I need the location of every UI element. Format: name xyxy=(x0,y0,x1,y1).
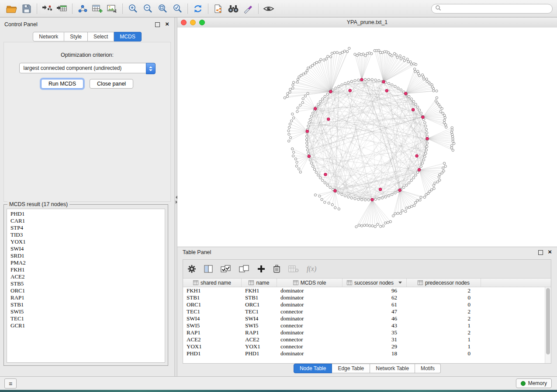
table-row[interactable]: FKH1FKH1dominator962 xyxy=(183,287,551,294)
share-document-icon[interactable] xyxy=(211,2,226,15)
import-network-icon[interactable] xyxy=(40,2,55,15)
show-columns-icon[interactable] xyxy=(204,265,213,273)
table-row[interactable]: PHD1PHD1dominator180 xyxy=(183,350,551,357)
network-icon[interactable] xyxy=(75,2,90,15)
column-header-predecessor-nodes[interactable]: predecessor nodes xyxy=(407,279,481,287)
table-cell: 35 xyxy=(343,329,407,336)
column-header-mcds-role[interactable]: MCDS role xyxy=(277,279,343,287)
mcds-result-item[interactable]: ACE2 xyxy=(7,273,165,280)
memory-button[interactable]: Memory xyxy=(516,378,552,388)
mcds-result-item[interactable]: STP4 xyxy=(7,224,165,231)
tab-motifs[interactable]: Motifs xyxy=(415,364,441,373)
table-row[interactable]: SWI4SWI4dominator462 xyxy=(183,315,551,322)
mcds-result-item[interactable]: SWI4 xyxy=(7,245,165,252)
tab-mcds[interactable]: MCDS xyxy=(114,32,141,41)
zoom-out-icon[interactable] xyxy=(140,2,155,15)
sort-chevron-down-icon[interactable] xyxy=(398,282,402,284)
zoom-fit-icon[interactable] xyxy=(155,2,170,15)
table-row[interactable]: YOX1YOX1connector291 xyxy=(183,343,551,350)
select-all-columns-icon[interactable] xyxy=(221,265,231,273)
mcds-result-item[interactable]: GCR1 xyxy=(7,322,165,329)
mcds-result-item[interactable]: STB1 xyxy=(7,301,165,308)
mcds-result-item[interactable]: YOX1 xyxy=(7,238,165,245)
mcds-result-item[interactable]: PHD1 xyxy=(7,210,165,217)
new-table-icon[interactable] xyxy=(90,2,105,15)
mcds-result-item[interactable]: TEC1 xyxy=(7,315,165,322)
mcds-result-item[interactable]: STB5 xyxy=(7,280,165,287)
float-window-icon[interactable] xyxy=(155,22,160,27)
mcds-result-item[interactable]: FKH1 xyxy=(7,266,165,273)
search-input[interactable] xyxy=(443,5,549,12)
save-icon[interactable] xyxy=(19,2,34,15)
zoom-in-icon[interactable] xyxy=(125,2,140,15)
refresh-layout-icon[interactable] xyxy=(190,2,205,15)
table-cell: STB1 xyxy=(183,294,242,301)
tab-network[interactable]: Network xyxy=(33,32,64,41)
control-panel: Control Panel × Network Style Select MCD… xyxy=(0,17,174,376)
maximize-window-icon[interactable] xyxy=(199,20,205,25)
table-cell: connector xyxy=(277,343,343,350)
select-stepper-icon[interactable] xyxy=(146,63,156,74)
toolbar-separator xyxy=(258,3,259,14)
table-panel: Table Panel × xyxy=(177,247,557,376)
minimize-window-icon[interactable] xyxy=(190,20,196,25)
table-row[interactable]: TEC1TEC1connector472 xyxy=(183,308,551,315)
add-column-icon[interactable] xyxy=(257,265,265,273)
mcds-result-item[interactable]: TID3 xyxy=(7,231,165,238)
delete-column-trash-icon[interactable] xyxy=(273,265,280,273)
table-cell: TEC1 xyxy=(183,308,242,315)
tab-network-table[interactable]: Network Table xyxy=(370,364,415,373)
panel-splitter[interactable] xyxy=(174,17,177,376)
column-label: shared name xyxy=(201,280,231,286)
table-cell: 2 xyxy=(407,308,481,315)
table-row[interactable]: STB1STB1dominator620 xyxy=(183,294,551,301)
table-settings-gear-icon[interactable] xyxy=(187,265,196,273)
table-body: FKH1FKH1dominator962STB1STB1dominator620… xyxy=(183,287,551,363)
search-network-icon[interactable] xyxy=(226,2,241,15)
tab-style[interactable]: Style xyxy=(64,32,88,41)
zoom-selected-icon[interactable] xyxy=(170,2,185,15)
column-label: successor nodes xyxy=(354,280,394,286)
column-grid-icon xyxy=(193,280,198,285)
close-panel-button[interactable]: Close panel xyxy=(90,79,133,89)
run-mcds-button[interactable]: Run MCDS xyxy=(41,79,83,89)
table-cell: connector xyxy=(277,336,343,343)
table-row[interactable]: SWI5SWI5connector431 xyxy=(183,322,551,329)
node-table-container: f(x) shared name name MCDS role succes xyxy=(183,259,551,364)
mcds-result-item[interactable]: ORC1 xyxy=(7,287,165,294)
table-row[interactable]: ACE2ACE2connector311 xyxy=(183,336,551,343)
import-table-icon[interactable] xyxy=(55,2,69,15)
column-header-shared-name[interactable]: shared name xyxy=(183,279,242,287)
mcds-result-item[interactable]: SRD1 xyxy=(7,252,165,259)
eye-icon[interactable] xyxy=(261,2,276,15)
column-header-name[interactable]: name xyxy=(242,279,277,287)
tab-select[interactable]: Select xyxy=(88,32,114,41)
table-cell: 18 xyxy=(343,350,407,357)
open-folder-icon[interactable] xyxy=(4,2,19,15)
table-row[interactable]: RAP1RAP1dominator352 xyxy=(183,329,551,336)
close-table-panel-icon[interactable]: × xyxy=(548,249,552,254)
control-panel-title: Control Panel xyxy=(4,21,38,28)
annotation-icon[interactable] xyxy=(241,2,256,15)
tab-node-table[interactable]: Node Table xyxy=(294,364,332,373)
close-panel-icon[interactable]: × xyxy=(165,21,169,27)
export-image-icon[interactable] xyxy=(105,2,120,15)
mcds-result-item[interactable]: CAR1 xyxy=(7,217,165,224)
mcds-result-item[interactable]: RAP1 xyxy=(7,294,165,301)
column-header-successor-nodes[interactable]: successor nodes xyxy=(343,279,407,287)
status-menu-button[interactable]: ≡ xyxy=(4,378,17,389)
table-row[interactable]: ORC1ORC1dominator610 xyxy=(183,301,551,308)
mcds-result-list[interactable]: PHD1CAR1STP4TID3YOX1SWI4SRD1PMA2FKH1ACE2… xyxy=(7,209,165,363)
criterion-select[interactable]: largest connected component (undirected) xyxy=(19,63,156,73)
table-vertical-scrollbar[interactable] xyxy=(545,287,551,363)
mcds-result-item[interactable]: PMA2 xyxy=(7,259,165,266)
network-window-titlebar[interactable]: YPA_prune.txt_1 xyxy=(177,17,557,28)
deselect-all-columns-icon[interactable] xyxy=(239,265,249,273)
scrollbar-thumb[interactable] xyxy=(546,288,550,354)
network-canvas[interactable] xyxy=(177,28,557,247)
float-table-panel-icon[interactable] xyxy=(538,250,543,255)
mcds-result-item[interactable]: SWI5 xyxy=(7,308,165,315)
table-cell: ACE2 xyxy=(242,336,277,343)
tab-edge-table[interactable]: Edge Table xyxy=(332,364,370,373)
close-window-icon[interactable] xyxy=(181,20,187,25)
